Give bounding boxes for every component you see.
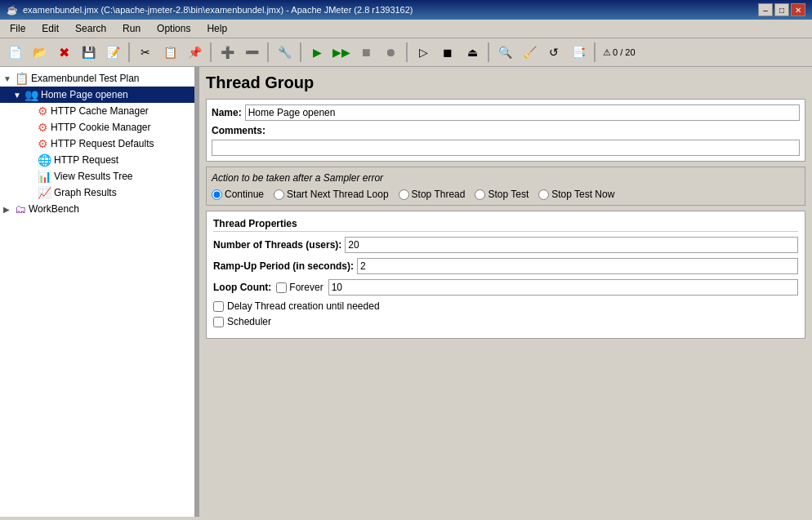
search-button[interactable]: 🔍 [493,41,516,64]
radio-stop-thread-input[interactable] [399,189,409,200]
cache-icon: ⚙ [38,104,48,118]
title-bar: ☕ examenbundel.jmx (C:\apache-jmeter-2.8… [0,0,812,20]
delay-row: Delay Thread creation until needed [213,300,798,312]
tree-item-test-plan[interactable]: ▼ 📋 Examenbundel Test Plan [0,70,194,87]
close-button[interactable]: ✕ [791,3,805,16]
cut-button[interactable]: ✂ [134,41,157,64]
menu-run[interactable]: Run [116,21,147,36]
expand-icon-view [26,172,36,181]
radio-start-next-label: Start Next Thread Loop [287,189,389,200]
expand-icon-cookie [26,123,36,132]
open-button[interactable]: 📂 [28,41,51,64]
forever-checkbox[interactable] [276,282,287,293]
collapse-button[interactable]: ➖ [240,41,263,64]
tree-item-view-results[interactable]: 📊 View Results Tree [0,168,194,184]
ramp-up-row: Ramp-Up Period (in seconds): [213,258,798,274]
workbench-label: WorkBench [29,203,79,215]
expand-icon-cache [26,107,36,116]
radio-stop-thread[interactable]: Stop Thread [399,189,466,200]
app-icon: ☕ [7,5,18,16]
http-request-label: HTTP Request [54,154,118,166]
new-button[interactable]: 📄 [3,41,26,64]
menu-edit[interactable]: Edit [35,21,65,36]
thread-props-section: Thread Properties Number of Threads (use… [206,211,805,339]
cookie-manager-label: HTTP Cookie Manager [51,122,151,133]
radio-continue-input[interactable] [212,189,222,200]
radio-stop-test-now[interactable]: Stop Test Now [538,189,614,200]
copy-button[interactable]: 📋 [158,41,181,64]
run-button[interactable]: ▶ [306,41,328,64]
request-defaults-label: HTTP Request Defaults [51,138,154,149]
forever-label: Forever [289,282,323,293]
radio-continue[interactable]: Continue [212,189,264,200]
loop-count-row: Loop Count: Forever [213,279,798,296]
start-remote-button[interactable]: ▷ [412,41,435,64]
stop2-button[interactable]: ⏺ [379,41,402,64]
name-section: Name: Comments: [206,99,805,162]
expand-icon-workbench: ▶ [3,205,13,214]
menu-help[interactable]: Help [200,21,234,36]
clear-button[interactable]: 🧹 [518,41,541,64]
expand-icon-test-plan: ▼ [3,74,13,83]
defaults-icon: ⚙ [38,137,48,150]
close-btn[interactable]: ✖ [52,41,75,64]
sep4 [300,42,301,62]
tree-item-http-request[interactable]: 🌐 HTTP Request [0,152,194,168]
tree-item-cookie-manager[interactable]: ⚙ HTTP Cookie Manager [0,119,194,136]
main-layout: ▼ 📋 Examenbundel Test Plan ▼ 👥 Home Page… [0,67,812,517]
counter-value: 0 / 20 [613,47,636,57]
menu-bar: File Edit Search Run Options Help [0,20,812,38]
stop-remote-button[interactable]: ◼ [436,41,459,64]
radio-stop-test-input[interactable] [475,189,485,200]
sep6 [488,42,489,62]
num-threads-input[interactable] [345,237,798,253]
template-button[interactable]: 📑 [567,41,590,64]
radio-stop-test-now-input[interactable] [538,189,549,200]
delay-checkbox[interactable] [213,301,224,312]
radio-stop-test[interactable]: Stop Test [475,189,529,200]
save-button[interactable]: 💾 [77,41,100,64]
paste-button[interactable]: 📌 [183,41,206,64]
tree-panel: ▼ 📋 Examenbundel Test Plan ▼ 👥 Home Page… [0,67,196,517]
tree-item-thread-group[interactable]: ▼ 👥 Home Page openen [0,87,194,103]
test-plan-label: Examenbundel Test Plan [31,73,140,84]
name-input[interactable] [245,104,800,121]
error-counter: ⚠ 0 / 20 [603,47,636,58]
expand-button[interactable]: ➕ [216,41,239,64]
name-label: Name: [212,107,242,118]
tree-item-workbench[interactable]: ▶ 🗂 WorkBench [0,201,194,217]
stop-button[interactable]: ⏹ [355,41,377,64]
graph-results-label: Graph Results [54,187,117,198]
menu-options[interactable]: Options [150,21,197,36]
loop-count-input[interactable] [328,279,798,296]
radio-stop-test-label: Stop Test [488,189,529,200]
minimize-button[interactable]: – [758,3,773,16]
view-results-label: View Results Tree [54,171,133,182]
sep2 [210,42,212,62]
radio-start-next-input[interactable] [274,189,284,200]
error-section: Action to be taken after a Sampler error… [206,167,805,206]
menu-file[interactable]: File [3,21,32,36]
window-controls: – □ ✕ [758,3,805,16]
reset-button[interactable]: ↺ [542,41,565,64]
tree-item-cache-manager[interactable]: ⚙ HTTP Cache Manager [0,103,194,119]
stop-all-button[interactable]: ⏏ [461,41,484,64]
run2-button[interactable]: ▶▶ [330,41,353,64]
saveas-button[interactable]: 📝 [101,41,124,64]
radio-start-next[interactable]: Start Next Thread Loop [274,189,389,200]
radio-continue-label: Continue [225,189,264,200]
tree-item-graph-results[interactable]: 📈 Graph Results [0,184,194,201]
error-radio-group: Continue Start Next Thread Loop Stop Thr… [212,189,800,200]
expand-icon-graph [26,189,36,198]
scheduler-checkbox[interactable] [213,317,224,327]
menu-search[interactable]: Search [69,21,113,36]
ramp-up-input[interactable] [357,258,798,274]
scheduler-row: Scheduler [213,316,798,327]
maximize-button[interactable]: □ [774,3,789,16]
remote-config-button[interactable]: 🔧 [273,41,296,64]
loop-count-label: Loop Count: [213,282,271,293]
comments-input[interactable] [212,140,800,156]
tree-item-request-defaults[interactable]: ⚙ HTTP Request Defaults [0,136,194,152]
content-panel: Thread Group Name: Comments: Action to b… [199,67,812,517]
forever-label-container[interactable]: Forever [276,282,323,293]
